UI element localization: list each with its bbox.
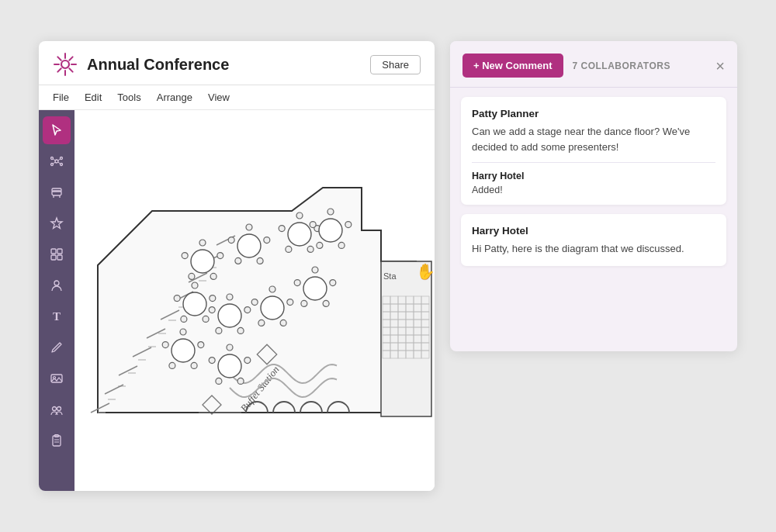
menu-edit[interactable]: Edit <box>85 90 102 105</box>
app-title: Annual Conference <box>87 56 361 74</box>
svg-point-11 <box>61 157 63 160</box>
cursor-tool[interactable] <box>43 116 71 144</box>
menu-arrange[interactable]: Arrange <box>157 90 192 105</box>
svg-point-9 <box>55 160 58 163</box>
svg-point-10 <box>51 157 54 160</box>
comments-header: + New Comment 7 COLLABORATORS × <box>450 41 737 88</box>
comment-card: Patty Planner Can we add a stage near th… <box>461 97 726 205</box>
svg-rect-19 <box>52 188 61 192</box>
svg-line-15 <box>58 159 61 161</box>
reply-text: Added! <box>472 185 715 195</box>
svg-rect-25 <box>51 255 56 260</box>
svg-point-12 <box>51 164 54 166</box>
app-logo-icon <box>53 52 78 77</box>
star-tool[interactable] <box>43 209 71 237</box>
svg-rect-26 <box>57 255 62 260</box>
comment-author: Harry Hotel <box>472 225 715 237</box>
comment-card: Harry Hotel Hi Patty, here is the diagra… <box>461 214 726 266</box>
text-tool[interactable]: T <box>43 302 71 330</box>
image-tool[interactable] <box>43 364 71 392</box>
svg-line-14 <box>53 159 55 161</box>
comments-panel: + New Comment 7 COLLABORATORS × Patty Pl… <box>450 41 737 351</box>
editor-body: T <box>39 110 435 491</box>
menu-view[interactable]: View <box>208 90 230 105</box>
collaborators-label: 7 COLLABORATORS <box>573 60 707 71</box>
comment-author: Patty Planner <box>472 108 715 119</box>
svg-line-6 <box>69 68 72 71</box>
group-tool[interactable] <box>43 396 71 423</box>
svg-line-5 <box>57 57 61 60</box>
svg-point-31 <box>57 407 61 411</box>
menu-tools[interactable]: Tools <box>117 90 140 105</box>
svg-line-8 <box>57 68 61 71</box>
clipboard-tool[interactable] <box>43 427 71 454</box>
sidebar: T <box>39 110 74 491</box>
comments-list: Patty Planner Can we add a stage near th… <box>450 88 737 275</box>
pen-tool[interactable] <box>43 333 71 361</box>
app-container: Annual Conference Share File Edit Tools … <box>39 41 737 491</box>
network-tool[interactable] <box>43 147 71 175</box>
svg-rect-23 <box>51 249 56 254</box>
canvas-area[interactable] <box>74 110 435 491</box>
reply-author: Harry Hotel <box>472 171 715 181</box>
svg-point-13 <box>61 164 63 166</box>
svg-line-7 <box>69 57 72 60</box>
svg-point-27 <box>54 281 59 285</box>
menu-file[interactable]: File <box>53 90 69 105</box>
svg-point-0 <box>61 60 69 68</box>
comment-reply: Harry Hotel Added! <box>472 162 715 195</box>
svg-line-17 <box>58 162 61 164</box>
grid-tool[interactable] <box>43 240 71 268</box>
svg-marker-22 <box>51 218 62 229</box>
menu-bar: File Edit Tools Arrange View <box>39 85 435 110</box>
comment-text: Hi Patty, here is the diagram that we di… <box>472 241 715 257</box>
comment-text: Can we add a stage near the dance floor?… <box>472 124 715 154</box>
close-panel-button[interactable]: × <box>715 58 725 74</box>
seat-tool[interactable] <box>43 178 71 206</box>
svg-line-16 <box>53 162 55 164</box>
svg-rect-24 <box>57 249 62 254</box>
editor-panel: Annual Conference Share File Edit Tools … <box>39 41 435 491</box>
new-comment-button[interactable]: + New Comment <box>462 54 563 78</box>
share-button[interactable]: Share <box>370 55 421 74</box>
svg-point-30 <box>53 407 57 411</box>
person-tool[interactable] <box>43 271 71 299</box>
editor-header: Annual Conference Share <box>39 41 435 85</box>
